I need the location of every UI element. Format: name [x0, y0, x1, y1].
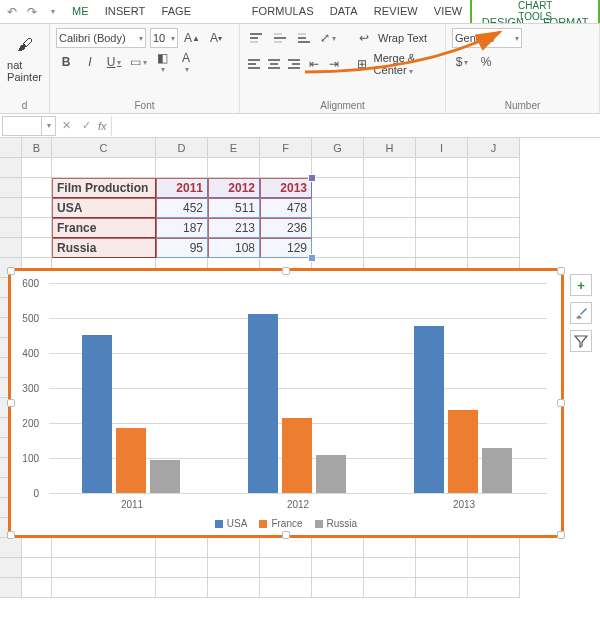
grid-cell[interactable] — [22, 158, 52, 178]
grid-cell[interactable] — [22, 218, 52, 238]
orientation-button[interactable]: ⤢ — [318, 28, 338, 48]
merge-center-button[interactable]: Merge & Center — [374, 52, 439, 76]
resize-handle-icon[interactable] — [282, 267, 290, 275]
grid-cell[interactable] — [260, 558, 312, 578]
grid-cell[interactable] — [22, 538, 52, 558]
underline-button[interactable]: U — [104, 52, 124, 72]
range-handle-icon[interactable] — [308, 174, 316, 182]
fill-color-button[interactable]: ◧ — [152, 52, 172, 72]
decrease-font-icon[interactable]: A▾ — [206, 28, 226, 48]
cancel-formula-icon[interactable]: ✕ — [56, 116, 76, 136]
row-label-france[interactable]: France — [52, 218, 156, 238]
cell-russia-2013[interactable]: 129 — [260, 238, 312, 258]
resize-handle-icon[interactable] — [557, 531, 565, 539]
row-header[interactable] — [0, 558, 22, 578]
grid-cell[interactable] — [468, 218, 520, 238]
decrease-indent-icon[interactable]: ⇤ — [306, 54, 322, 74]
tab-review[interactable]: REVIEW — [366, 0, 426, 23]
legend-item-usa[interactable]: USA — [215, 518, 248, 529]
col-header-I[interactable]: I — [416, 138, 468, 158]
tab-home[interactable]: ME — [64, 0, 97, 23]
align-left-icon[interactable] — [246, 54, 262, 74]
tab-view[interactable]: VIEW — [426, 0, 471, 23]
name-box[interactable] — [2, 116, 42, 136]
grid-cell[interactable] — [364, 218, 416, 238]
grid-cell[interactable] — [468, 178, 520, 198]
cell-usa-2011[interactable]: 452 — [156, 198, 208, 218]
undo-icon[interactable]: ↶ — [4, 4, 20, 20]
bar-russia-2011[interactable] — [150, 460, 180, 493]
grid-cell[interactable] — [260, 538, 312, 558]
grid-cell[interactable] — [208, 158, 260, 178]
cell-france-2012[interactable]: 213 — [208, 218, 260, 238]
bar-russia-2012[interactable] — [316, 455, 346, 493]
resize-handle-icon[interactable] — [282, 531, 290, 539]
bar-russia-2013[interactable] — [482, 448, 512, 493]
grid-cell[interactable] — [416, 218, 468, 238]
name-box-dropdown-icon[interactable]: ▾ — [42, 116, 56, 136]
number-format-select[interactable]: General — [452, 28, 522, 48]
formula-input[interactable] — [111, 116, 600, 136]
grid-cell[interactable] — [156, 578, 208, 598]
grid-cell[interactable] — [468, 158, 520, 178]
align-bottom-icon[interactable] — [294, 28, 314, 48]
bold-button[interactable]: B — [56, 52, 76, 72]
align-right-icon[interactable] — [286, 54, 302, 74]
grid-cell[interactable] — [22, 238, 52, 258]
grid-cell[interactable] — [52, 158, 156, 178]
grid-cell[interactable] — [312, 158, 364, 178]
tab-chart-design[interactable]: DESIGN — [474, 14, 532, 24]
row-header[interactable] — [0, 538, 22, 558]
chart-elements-button[interactable]: + — [570, 274, 592, 296]
align-center-icon[interactable] — [266, 54, 282, 74]
grid-cell[interactable] — [312, 198, 364, 218]
tab-chart-format[interactable]: FORMAT — [535, 14, 597, 24]
row-header[interactable] — [0, 178, 22, 198]
cell-russia-2011[interactable]: 95 — [156, 238, 208, 258]
font-name-select[interactable]: Calibri (Body) — [56, 28, 146, 48]
row-header[interactable] — [0, 158, 22, 178]
font-color-button[interactable]: A — [176, 52, 196, 72]
year-header-1[interactable]: 2012 — [208, 178, 260, 198]
increase-indent-icon[interactable]: ⇥ — [326, 54, 342, 74]
bar-usa-2012[interactable] — [248, 314, 278, 493]
legend-item-russia[interactable]: Russia — [315, 518, 358, 529]
row-header[interactable] — [0, 218, 22, 238]
resize-handle-icon[interactable] — [7, 267, 15, 275]
col-header-G[interactable]: G — [312, 138, 364, 158]
grid-cell[interactable] — [364, 238, 416, 258]
col-header-F[interactable]: F — [260, 138, 312, 158]
bar-usa-2011[interactable] — [82, 335, 112, 493]
increase-font-icon[interactable]: A▲ — [182, 28, 202, 48]
bar-usa-2013[interactable] — [414, 326, 444, 493]
grid-cell[interactable] — [208, 538, 260, 558]
cell-russia-2012[interactable]: 108 — [208, 238, 260, 258]
resize-handle-icon[interactable] — [557, 399, 565, 407]
enter-formula-icon[interactable]: ✓ — [76, 116, 96, 136]
grid-cell[interactable] — [416, 158, 468, 178]
grid-cell[interactable] — [156, 538, 208, 558]
grid-cell[interactable] — [468, 538, 520, 558]
grid-cell[interactable] — [52, 578, 156, 598]
grid-cell[interactable] — [312, 178, 364, 198]
fx-label[interactable]: fx — [98, 120, 107, 132]
redo-icon[interactable]: ↷ — [24, 4, 40, 20]
tab-page-layout[interactable]: FAGE LAYOUT — [153, 0, 243, 23]
chart-legend[interactable]: USAFranceRussia — [11, 518, 561, 529]
grid-cell[interactable] — [364, 578, 416, 598]
grid-cell[interactable] — [416, 578, 468, 598]
grid-cell[interactable] — [22, 198, 52, 218]
resize-handle-icon[interactable] — [557, 267, 565, 275]
col-header-J[interactable]: J — [468, 138, 520, 158]
cell-france-2011[interactable]: 187 — [156, 218, 208, 238]
chart-filter-button[interactable] — [570, 330, 592, 352]
grid-cell[interactable] — [468, 238, 520, 258]
wrap-text-button[interactable]: Wrap Text — [378, 32, 427, 44]
grid-cell[interactable] — [416, 238, 468, 258]
row-label-usa[interactable]: USA — [52, 198, 156, 218]
row-label-russia[interactable]: Russia — [52, 238, 156, 258]
grid-cell[interactable] — [364, 538, 416, 558]
cell-usa-2013[interactable]: 478 — [260, 198, 312, 218]
row-header[interactable] — [0, 238, 22, 258]
grid-cell[interactable] — [416, 538, 468, 558]
